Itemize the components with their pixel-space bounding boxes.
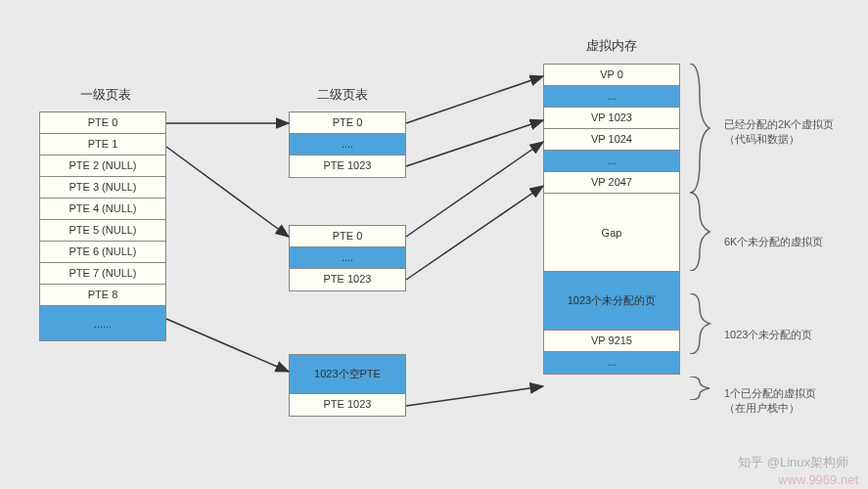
l1-row: PTE 0 (40, 112, 165, 134)
vm-unalloc: 1023个未分配的页 (544, 272, 679, 331)
l2a-row: PTE 0 (290, 112, 405, 134)
brace-6k (685, 193, 714, 271)
vm-gap: Gap (544, 194, 679, 272)
l2b-row: .... (290, 247, 405, 269)
l2a-row: .... (290, 134, 405, 156)
l2-table-b: PTE 0 .... PTE 1023 (289, 225, 406, 291)
arrow-pte1-l2b (166, 147, 289, 237)
l2a-row: PTE 1023 (290, 156, 405, 177)
l2b-row: PTE 0 (290, 226, 405, 247)
label-unalloc-1023: 1023个未分配的页 (724, 328, 812, 342)
l2c-row: 1023个空PTE (290, 355, 405, 394)
l1-row: PTE 5 (NULL) (40, 220, 165, 242)
label-alloc-1: 1个已分配的虚拟页 （在用户栈中） (724, 386, 816, 417)
vm-row: ... (544, 86, 679, 108)
brace-2k (685, 64, 714, 193)
watermark-zhihu: 知乎 @Linux架构师 (738, 454, 848, 471)
l1-row: PTE 7 (NULL) (40, 263, 165, 285)
l1-page-table: PTE 0 PTE 1 PTE 2 (NULL) PTE 3 (NULL) PT… (39, 111, 166, 341)
l1-row: PTE 3 (NULL) (40, 177, 165, 199)
brace-1 (685, 377, 714, 400)
arrow-pte8-l2c (166, 319, 289, 372)
label-unalloc-6k: 6K个未分配的虚拟页 (724, 235, 823, 249)
l1-title: 一级页表 (57, 86, 155, 104)
watermark-url: www.9969.net (778, 472, 858, 487)
arrow-l2a1023-vp1023 (406, 120, 543, 166)
vm-title: 虚拟内存 (563, 37, 661, 55)
vm-row: VP 2047 (544, 172, 679, 194)
l1-row: PTE 8 (40, 285, 165, 306)
l2b-row: PTE 1023 (290, 269, 405, 290)
vm-row: ... (544, 151, 679, 172)
label-allocated-2k: 已经分配的2K个虚拟页 （代码和数据） (724, 117, 834, 148)
arrow-l2a0-vp0 (406, 76, 543, 123)
l1-row: PTE 6 (NULL) (40, 242, 165, 263)
arrow-l2c1023-vp9215 (406, 386, 543, 406)
l1-row: PTE 2 (NULL) (40, 156, 165, 177)
l2-table-c: 1023个空PTE PTE 1023 (289, 354, 406, 417)
vm-table: VP 0 ... VP 1023 VP 1024 ... VP 2047 Gap… (543, 64, 680, 375)
l1-row: PTE 4 (NULL) (40, 199, 165, 220)
vm-row: VP 9215 (544, 331, 679, 352)
arrow-l2b1023-vp2047 (406, 186, 543, 280)
arrow-l2b0-vp1024 (406, 142, 543, 237)
l2c-row: PTE 1023 (290, 394, 405, 416)
vm-row: VP 1023 (544, 108, 679, 129)
vm-row: VP 0 (544, 65, 679, 86)
vm-row: VP 1024 (544, 129, 679, 151)
l1-tail: ...... (40, 306, 165, 340)
l1-row: PTE 1 (40, 134, 165, 156)
l2-title: 二级页表 (294, 86, 391, 104)
brace-1023 (685, 293, 714, 354)
vm-row: ... (544, 352, 679, 374)
l2-table-a: PTE 0 .... PTE 1023 (289, 111, 406, 178)
